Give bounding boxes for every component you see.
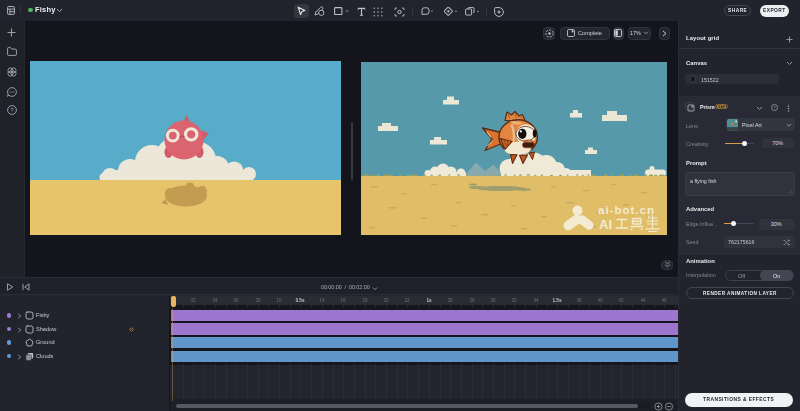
svg-text:ai-bot.cn: ai-bot.cn	[598, 204, 655, 216]
svg-text:?: ?	[10, 107, 14, 113]
svg-text:?: ?	[773, 105, 776, 110]
svg-text:AI: AI	[599, 217, 612, 232]
